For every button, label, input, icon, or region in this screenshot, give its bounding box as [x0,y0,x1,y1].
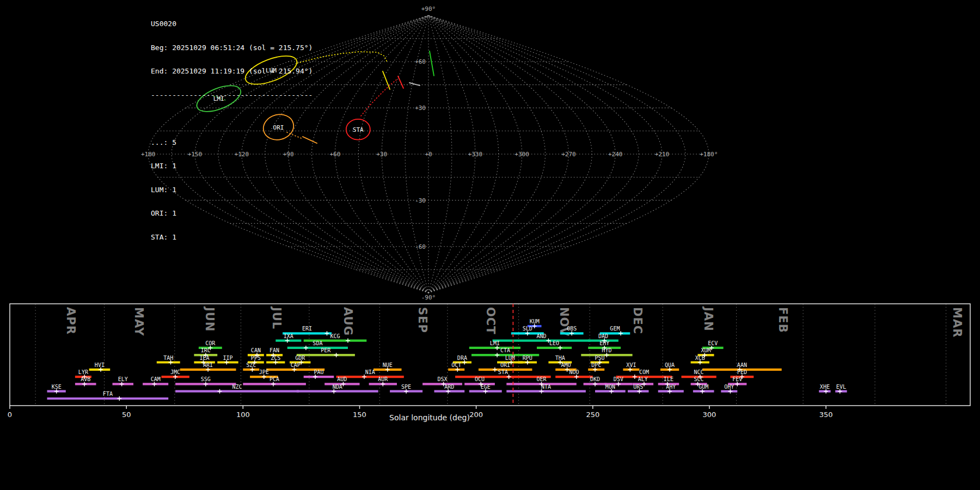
lon-label-+60: +60 [329,151,340,158]
lon-label-+330: +330 [468,151,483,158]
shower-code-ZCS: ZCS [271,355,280,361]
shower-code-NOO: NOO [569,369,579,375]
shower-code-TAH: TAH [163,355,173,361]
shower-code-OCU: OCU [475,376,485,382]
count-ori: ORI: 1 [151,210,313,218]
count-sporadic: ...: 5 [151,139,313,147]
shower-code-ARD: ARD [444,384,454,390]
shower-code-NUE: NUE [383,362,393,368]
shower-code-CAM: CAM [151,376,161,382]
shower-code-JMC: JMC [170,369,180,375]
shower-code-GEM: GEM [610,326,620,332]
x-tick-label-150: 150 [353,411,366,419]
month-label-JAN: JAN [702,306,715,332]
trail-5 [409,83,420,85]
shower-code-ALY: ALY [638,376,648,382]
shower-code-PAU: PAU [314,369,323,375]
shower-code-FEV: FEV [732,376,742,382]
shower-code-ECV: ECV [708,340,718,346]
x-tick-label-350: 350 [819,411,833,419]
shower-code-IEA: IEA [200,355,210,361]
shower-code-IRC: IRC [201,347,211,353]
shower-code-CAN: CAN [251,347,261,353]
shower-code-AND: AND [536,333,546,339]
x-tick-label-200: 200 [469,411,483,419]
trail-4 [430,51,434,76]
shower-code-SCC: SCC [694,376,704,382]
shower-code-LEO: LEO [549,340,559,346]
shower-code-FED: FED [737,369,747,375]
shower-code-LYR: LYR [78,369,89,375]
shower-code-DSV: DSV [614,376,623,382]
shower-code-COM: COM [639,369,649,375]
x-tick-label-50: 50 [122,411,131,419]
shower-code-MON: MON [605,384,615,390]
radiant-activity-plot: +180+150+120+90+60+30+0+330+300+270+240+… [0,0,980,490]
shower-code-CTA: CTA [500,347,510,353]
month-label-APR: APR [64,307,77,335]
shower-code-ELY: ELY [118,376,128,382]
lon-label-+300: +300 [514,151,529,158]
shower-code-QUA: QUA [665,362,675,368]
grid-meridian [428,15,685,292]
lon-label-+240: +240 [608,151,623,158]
count-lum: LUM: 1 [151,186,313,194]
shower-code-PPS: PPS [251,355,261,361]
shower-code-AVB: AVB [81,376,90,382]
lat-label--30: -30 [415,197,426,204]
shower-code-ORI: ORI [500,362,510,368]
begin-time: Beg: 20251029 06:51:24 (sol = 215.75°) [151,44,313,52]
shower-code-RPU: RPU [523,355,532,361]
shower-code-NTA: NTA [541,384,551,390]
shower-code-DSX: DSX [437,376,447,382]
shower-code-CAP: CAP [291,362,301,368]
spacer [151,115,313,123]
shower-code-EGE: EGE [481,384,491,390]
shower-code-XVI: XVI [626,362,636,368]
observation-info-block: US0020 Beg: 20251029 06:51:24 (sol = 215… [151,4,313,249]
month-label-MAY: MAY [132,307,145,336]
separator: -------------------------------------- [151,91,313,100]
lon-label-+210: +210 [655,151,670,158]
month-label-JUL: JUL [270,306,283,329]
shower-code-SSG: SSG [201,376,211,382]
month-label-SEP: SEP [416,307,429,333]
count-lmi: LMI: 1 [151,162,313,170]
shower-code-DRA: DRA [457,355,467,361]
shower-code-URS: URS [633,384,643,390]
south-pole-label: -90° [421,294,436,301]
shower-code-AUR: AUR [378,376,388,382]
shower-code-KUM: KUM [530,318,540,324]
shower-code-ERI: ERI [302,326,312,332]
x-tick-label-250: 250 [586,411,599,419]
shower-code-AUD: AUD [337,376,347,382]
shower-code-THA: THA [555,355,565,361]
month-label-NOV: NOV [558,307,571,336]
x-tick-label-0: 0 [8,411,12,419]
radiant-map-screenshot: { "station": { "lines": [ "US0020", "Beg… [0,0,980,490]
shower-code-ARI: ARI [203,362,213,368]
shower-code-OHY: OHY [724,384,734,390]
shower-code-SLD: SLD [523,326,532,332]
shower-code-XCB: XCB [695,355,705,361]
shower-code-AAN: AAN [737,362,747,368]
shower-code-XHE: XHE [820,384,830,390]
trail-3 [398,76,403,88]
shower-code-HVI: HVI [95,362,105,368]
count-sta: STA: 1 [151,234,313,242]
radiant-label-STA: STA [353,126,364,133]
shower-code-SZC: SZC [246,362,256,368]
month-label-JUN: JUN [203,306,216,332]
shower-code-SPE: SPE [401,384,411,390]
shower-code-OCT: OCT [451,362,461,368]
shower-code-GUM: GUM [699,384,708,390]
lon-label-+180°: +180° [700,151,718,158]
shower-code-KCG: KCG [330,333,340,339]
shower-code-DPC: DPC [591,362,601,368]
shower-code-HYD: HYD [602,347,611,353]
shower-code-PER: PER [321,347,331,353]
shower-code-LMI: LMI [490,340,500,346]
month-label-DEC: DEC [631,307,644,334]
shower-code-OER: OER [536,376,547,382]
lat-label-+30: +30 [415,105,426,112]
